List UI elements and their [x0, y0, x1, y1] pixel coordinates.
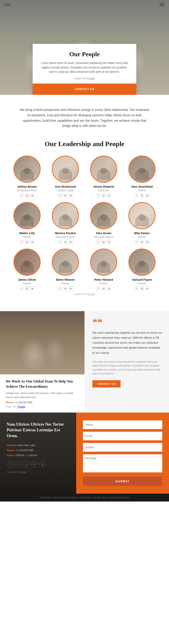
- footer-image-credit: Image from Freepik: [7, 471, 69, 473]
- social-instagram-icon[interactable]: ⊡: [140, 194, 144, 198]
- avatar-image: [129, 156, 155, 182]
- header: logo: [0, 0, 169, 9]
- social-linkedin-icon[interactable]: in: [107, 240, 111, 244]
- social-facebook-icon[interactable]: f: [58, 240, 62, 244]
- social-facebook-icon[interactable]: f: [20, 240, 24, 244]
- social-linkedin-icon[interactable]: in: [107, 194, 111, 198]
- social-facebook-icon[interactable]: f: [96, 240, 100, 244]
- social-linkedin-icon[interactable]: in: [30, 286, 34, 290]
- social-linkedin-icon[interactable]: in: [145, 240, 149, 244]
- member-social: f ⊡ in: [135, 286, 149, 290]
- social-facebook-icon[interactable]: f: [135, 194, 139, 198]
- member-avatar: [13, 248, 40, 276]
- member-avatar: [90, 156, 117, 183]
- social-facebook-icon[interactable]: f: [58, 194, 62, 198]
- member-name: Jennie Roberts: [93, 185, 114, 188]
- member-social: f ⊡ in: [96, 194, 111, 198]
- member-social: f ⊡ in: [58, 194, 73, 198]
- social-instagram-icon[interactable]: ⊡: [63, 286, 67, 290]
- hamburger-menu[interactable]: [160, 3, 165, 6]
- team-member: Jennie Roberts Chairman f ⊡ in: [86, 156, 122, 198]
- footer-bottom-text: Sample text. Click to select the text bo…: [4, 496, 165, 499]
- social-instagram-icon[interactable]: ⊡: [25, 286, 29, 290]
- avatar-image: [129, 203, 155, 228]
- social-instagram-icon[interactable]: ⊡: [25, 240, 29, 244]
- member-name: Peter Howard: [94, 278, 113, 281]
- member-title: Partner: [138, 282, 146, 285]
- team-member: James Oliver Partner f ⊡ in: [9, 248, 45, 290]
- quote-icon: ❝❝: [92, 318, 162, 327]
- team-member: Alex Greenfield Partner f ⊡ in: [124, 156, 160, 198]
- social-facebook-icon[interactable]: f: [58, 286, 62, 290]
- social-linkedin-icon[interactable]: in: [30, 194, 34, 198]
- member-title: Associate Partner: [56, 236, 75, 238]
- social-pinterest-icon[interactable]: p: [39, 461, 45, 468]
- intro-text: We bring a fresh perspective and infecti…: [18, 107, 151, 129]
- social-linkedin-icon[interactable]: in: [107, 286, 111, 290]
- message-textarea[interactable]: [83, 454, 163, 472]
- footer-section: Nam Ultrices Ultrices Nec Tortor Pulvina…: [0, 412, 169, 494]
- social-youtube-icon[interactable]: y: [23, 461, 29, 468]
- member-avatar: [52, 202, 79, 229]
- member-title: Partner: [138, 236, 146, 238]
- member-avatar: [129, 156, 156, 183]
- member-avatar: [129, 202, 156, 229]
- social-linkedin-icon[interactable]: in: [145, 286, 149, 290]
- global-heading: We Work As One Global Team To Help You A…: [6, 379, 79, 389]
- social-facebook-icon[interactable]: f: [20, 286, 24, 290]
- leadership-section: Our Leadership and People Jeffrey Brown …: [0, 138, 169, 311]
- team-member: Alex Green Associate Partner f ⊡ in: [86, 202, 122, 244]
- social-instagram-icon[interactable]: ⊡: [102, 194, 106, 198]
- avatar-image: [14, 156, 40, 182]
- social-instagram-icon[interactable]: ⊡: [140, 286, 144, 290]
- social-facebook-icon[interactable]: f: [135, 240, 139, 244]
- logo: logo: [4, 3, 10, 6]
- member-title: Creative Leader: [57, 189, 74, 192]
- social-instagram-icon[interactable]: ⊡: [25, 194, 29, 198]
- member-avatar: [90, 202, 117, 229]
- email-input[interactable]: [83, 432, 163, 440]
- hero-contact-button[interactable]: CONTACT US: [69, 85, 100, 93]
- social-linkedin-icon[interactable]: in: [30, 240, 34, 244]
- member-social: f ⊡ in: [135, 240, 149, 244]
- team-member: Peter Howard Partner f ⊡ in: [86, 248, 122, 290]
- name-input[interactable]: [83, 420, 163, 429]
- member-avatar: [13, 156, 40, 183]
- social-instagram-icon[interactable]: ⊡: [63, 240, 67, 244]
- team-member: Mila Parker Partner f ⊡ in: [124, 202, 160, 244]
- global-contact-button[interactable]: CONTACT US: [92, 380, 121, 388]
- submit-button[interactable]: SUBMIT: [83, 477, 163, 486]
- avatar-image: [91, 249, 117, 275]
- social-instagram-icon[interactable]: ⊡: [102, 240, 106, 244]
- subject-input[interactable]: [83, 443, 163, 452]
- social-instagram-icon[interactable]: ⊡: [102, 286, 106, 290]
- hero-description: Lorem ipsum dolor sit amet, consectetur …: [40, 61, 129, 74]
- member-title: Partner: [23, 236, 31, 238]
- avatar-image: [91, 203, 117, 228]
- member-name: Steve Weaver: [56, 278, 75, 281]
- social-facebook-icon[interactable]: f: [135, 286, 139, 290]
- member-title: Worldwide Partner: [17, 189, 37, 192]
- team-member: Samuel Payne Partner f ⊡ in: [124, 248, 160, 290]
- social-linkedin-icon[interactable]: in: [31, 461, 37, 468]
- member-avatar: [90, 248, 117, 276]
- footer-form: SUBMIT: [76, 412, 169, 494]
- member-name: Alex Greenfield: [131, 185, 153, 188]
- team-member: Walter Lilly Partner f ⊡ in: [9, 202, 45, 244]
- member-name: Monica Pouliot: [55, 232, 76, 235]
- social-linkedin-icon[interactable]: in: [69, 286, 73, 290]
- hero-section: Our People Lorem ipsum dolor sit amet, c…: [0, 0, 169, 95]
- social-twitter-icon[interactable]: t: [15, 461, 21, 468]
- social-facebook-icon[interactable]: f: [96, 286, 100, 290]
- social-facebook-icon[interactable]: f: [96, 194, 100, 198]
- social-facebook-icon[interactable]: f: [7, 461, 13, 468]
- social-linkedin-icon[interactable]: in: [69, 194, 73, 198]
- avatar-image: [52, 249, 78, 275]
- social-instagram-icon[interactable]: ⊡: [140, 240, 144, 244]
- social-linkedin-icon[interactable]: in: [145, 194, 149, 198]
- global-team-section: We Work As One Global Team To Help You A…: [0, 311, 169, 412]
- social-facebook-icon[interactable]: f: [20, 194, 24, 198]
- social-linkedin-icon[interactable]: in: [69, 240, 73, 244]
- social-instagram-icon[interactable]: ⊡: [63, 194, 67, 198]
- team-grid: Jeffrey Brown Worldwide Partner f ⊡ in A…: [7, 156, 162, 290]
